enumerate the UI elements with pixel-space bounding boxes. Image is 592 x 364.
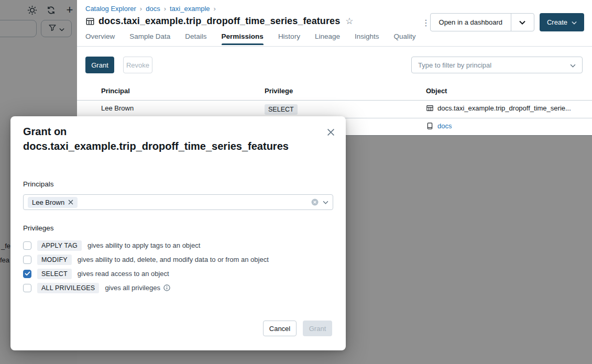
info-icon[interactable] <box>163 284 170 291</box>
catalog-book-icon <box>426 122 434 130</box>
tab-insights[interactable]: Insights <box>355 32 379 45</box>
chevron-down-icon[interactable] <box>323 201 328 204</box>
cell-object: docs <box>426 122 583 130</box>
privilege-name-badge: ALL PRIVILEGES <box>37 283 99 293</box>
column-header-object: Object <box>426 87 447 95</box>
cell-object: docs.taxi_example.trip_dropoff_time_seri… <box>426 104 583 112</box>
refresh-icon[interactable] <box>45 4 57 16</box>
chevron-down-icon <box>572 18 577 26</box>
tab-overview[interactable]: Overview <box>85 32 115 45</box>
revoke-button[interactable]: Revoke <box>123 57 152 73</box>
open-in-dashboard-split-button: Open in a dashboard <box>430 13 534 31</box>
open-in-dashboard-button[interactable]: Open in a dashboard <box>431 14 511 31</box>
table-icon <box>426 104 434 112</box>
column-header-principal: Principal <box>101 87 130 95</box>
cell-principal: Lee Brown <box>101 104 134 112</box>
privilege-description: gives all privileges <box>105 284 160 292</box>
tree-item-fragment[interactable]: fea <box>0 256 9 264</box>
sidebar-filter-button[interactable] <box>41 20 72 37</box>
filter-placeholder: Type to filter by principal <box>418 61 491 69</box>
privilege-name-badge: APPLY TAG <box>37 240 82 251</box>
clear-field-icon[interactable] <box>311 198 319 206</box>
tab-details[interactable]: Details <box>185 32 206 45</box>
add-icon[interactable]: + <box>64 4 75 16</box>
breadcrumb-docs[interactable]: docs <box>146 5 160 13</box>
checkbox-select[interactable] <box>23 270 31 278</box>
principal-chip: Lee Brown <box>28 197 78 208</box>
open-in-dashboard-dropdown[interactable] <box>511 14 534 31</box>
privilege-description: gives ability to apply tags to an object <box>87 241 200 249</box>
breadcrumb-catalog-explorer[interactable]: Catalog Explorer <box>85 5 136 13</box>
chevron-down-icon <box>59 24 64 34</box>
privilege-row-all-privileges: ALL PRIVILEGES gives all privileges <box>23 281 269 295</box>
privilege-description: gives ability to add, delete, and modify… <box>78 256 269 263</box>
breadcrumb-separator: › <box>140 5 142 13</box>
table-icon <box>85 17 95 26</box>
table-divider <box>77 100 592 101</box>
principals-label: Principals <box>23 180 54 188</box>
principals-input[interactable]: Lee Brown <box>23 194 333 210</box>
sidebar-search-input[interactable] <box>0 20 37 37</box>
principal-filter-select[interactable]: Type to filter by principal <box>411 57 583 73</box>
breadcrumb-taxi-example[interactable]: taxi_example <box>170 5 210 13</box>
privileges-label: Privileges <box>23 224 54 232</box>
page: + _fea fea Catalog Explorer › docs › tax… <box>0 0 592 364</box>
chevron-down-icon <box>570 60 576 70</box>
modal-grant-button[interactable]: Grant <box>303 321 332 336</box>
page-title: docs.taxi_example.trip_dropoff_time_seri… <box>98 16 340 27</box>
tab-bar: Overview Sample Data Details Permissions… <box>85 32 416 45</box>
cancel-button[interactable]: Cancel <box>263 321 297 336</box>
tabs-divider <box>77 46 592 47</box>
create-button[interactable]: Create <box>540 13 584 31</box>
remove-chip-icon[interactable] <box>68 200 73 205</box>
favorite-star-icon[interactable]: ☆ <box>345 16 353 27</box>
tab-sample-data[interactable]: Sample Data <box>129 32 170 45</box>
funnel-icon <box>48 24 57 34</box>
grant-button[interactable]: Grant <box>85 57 114 73</box>
tab-history[interactable]: History <box>278 32 300 45</box>
privilege-name-badge: SELECT <box>37 269 72 279</box>
checkbox-apply-tag[interactable] <box>23 241 31 250</box>
principal-chip-label: Lee Brown <box>32 198 64 206</box>
close-icon[interactable] <box>324 126 337 138</box>
privilege-row-apply-tag: APPLY TAG gives ability to apply tags to… <box>23 238 269 252</box>
breadcrumb: Catalog Explorer › docs › taxi_example › <box>85 5 216 13</box>
column-header-privilege: Privilege <box>265 87 293 95</box>
checkbox-modify[interactable] <box>23 256 31 264</box>
tab-quality[interactable]: Quality <box>393 32 415 45</box>
checkbox-all-privileges[interactable] <box>23 284 31 292</box>
grant-modal: Grant on docs.taxi_example.trip_dropoff_… <box>10 116 346 350</box>
breadcrumb-separator: › <box>164 5 166 13</box>
object-link[interactable]: docs <box>437 122 452 130</box>
privilege-row-modify: MODIFY gives ability to add, delete, and… <box>23 252 269 267</box>
modal-title: Grant on docs.taxi_example.trip_dropoff_… <box>23 124 320 153</box>
privilege-description: gives read access to an object <box>78 270 169 278</box>
cell-privilege: SELECT <box>265 104 298 115</box>
breadcrumb-separator: › <box>214 5 216 13</box>
tab-lineage[interactable]: Lineage <box>315 32 340 45</box>
privilege-name-badge: MODIFY <box>37 255 72 265</box>
tab-permissions[interactable]: Permissions <box>222 32 264 45</box>
privilege-badge: SELECT <box>265 104 298 115</box>
object-name: docs.taxi_example.trip_dropoff_time_seri… <box>437 104 571 112</box>
gear-icon[interactable] <box>26 4 38 16</box>
privilege-row-select: SELECT gives read access to an object <box>23 267 269 281</box>
